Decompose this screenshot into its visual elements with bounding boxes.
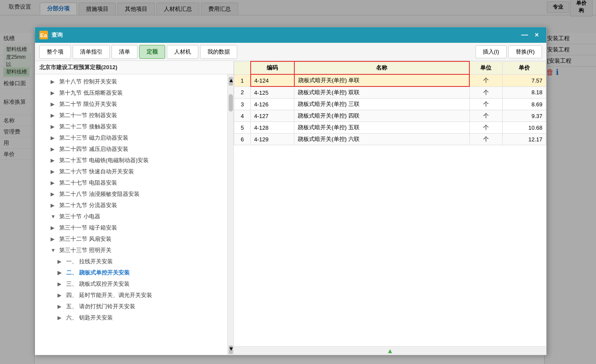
cell-price-2: 8.69: [502, 99, 546, 110]
tree-item-label-t13: 第三十节 小电器: [59, 213, 100, 220]
tab-人材机[interactable]: 人材机: [167, 45, 198, 59]
cell-unit-0: 个: [469, 74, 502, 86]
tree-item-label-t16: 第三十三节 照明开关: [59, 246, 112, 254]
cell-unit-3: 个: [469, 110, 502, 122]
tree-item-t14[interactable]: ▶第三十一节 端子箱安装: [35, 222, 227, 233]
tab-我的数据[interactable]: 我的数据: [200, 45, 237, 59]
data-panel: 编码 名称 单位 单价 14-124跷板式暗开关(单控) 单联个7.5724-1…: [234, 61, 546, 355]
tree-item-label-t4: 第二十一节 控制器安装: [59, 112, 117, 119]
tree-item-t5[interactable]: ▶第二十二节 接触器安装: [35, 121, 227, 132]
cell-price-0: 7.57: [502, 74, 546, 86]
modal-title-bar: Ea 查询 — ×: [35, 27, 546, 43]
cell-code-2: 4-126: [251, 99, 294, 110]
table-row[interactable]: 64-129跷板式暗开关(单控) 六联个12.17: [234, 134, 546, 145]
cell-num-0: 1: [234, 74, 251, 86]
table-row[interactable]: 14-124跷板式暗开关(单控) 单联个7.57: [234, 74, 546, 86]
cell-price-1: 8.18: [502, 86, 546, 99]
tab-整个项[interactable]: 整个项: [39, 45, 71, 59]
modal-close-button[interactable]: ×: [532, 30, 542, 40]
tree-item-label-t3: 第二十节 限位开关安装: [59, 100, 117, 108]
cell-unit-2: 个: [469, 99, 502, 110]
tree-scrollbar[interactable]: ▲ ▼: [227, 74, 233, 355]
tree-item-label-t6: 第二十三节 磁力启动器安装: [59, 134, 128, 142]
tree-item-label-t8: 第二十五节 电磁铁(电磁制动器)安装: [59, 156, 149, 164]
cell-num-5: 6: [234, 134, 251, 145]
table-row[interactable]: 34-126跷板式暗开关(单控) 三联个8.69: [234, 99, 546, 110]
table-row[interactable]: 54-128跷板式暗开关(单控) 五联个10.68: [234, 122, 546, 134]
tree-item-label-t10: 第二十七节 电阻器安装: [59, 179, 117, 187]
cell-code-1: 4-125: [251, 86, 294, 99]
tree-item-t2[interactable]: ▶第十九节 低压熔断器安装: [35, 87, 227, 99]
cell-name-0: 跷板式暗开关(单控) 单联: [294, 74, 469, 86]
tree-item-label-t15: 第三十二节 风扇安装: [59, 235, 112, 243]
tree-item-t11[interactable]: ▶第二十八节 油浸频敏变阻器安装: [35, 188, 227, 200]
insert-button[interactable]: 插入(I): [475, 45, 507, 58]
cell-num-2: 3: [234, 99, 251, 110]
tree-item-label-t18: 二、 跷板式单控开关安装: [66, 269, 130, 277]
tree-item-t21[interactable]: ▶五、 请勿打扰门铃开关安装: [35, 301, 227, 312]
tree-item-t13[interactable]: ▼第三十节 小电器: [35, 211, 227, 222]
th-unit: 单位: [469, 61, 502, 74]
bottom-scroll[interactable]: ▲: [234, 346, 546, 355]
data-table: 编码 名称 单位 单价 14-124跷板式暗开关(单控) 单联个7.5724-1…: [234, 61, 546, 145]
tree-item-t15[interactable]: ▶第三十二节 风扇安装: [35, 233, 227, 245]
th-code: 编码: [251, 61, 294, 74]
tree-item-label-t9: 第二十六节 快速自动开关安装: [59, 168, 134, 176]
scroll-down-arrow[interactable]: ▼: [229, 345, 233, 354]
tree-item-t3[interactable]: ▶第二十节 限位开关安装: [35, 99, 227, 110]
tree-item-label-t12: 第二十九节 分流器安装: [59, 201, 117, 209]
tree-item-t17[interactable]: ▶一、 拉线开关安装: [35, 256, 227, 267]
tab-定额[interactable]: 定额: [139, 45, 165, 59]
tree-item-t6[interactable]: ▶第二十三节 磁力启动器安装: [35, 132, 227, 144]
tab-清单指引[interactable]: 清单指引: [73, 45, 110, 59]
tree-header: 北京市建设工程预算定额(2012): [35, 61, 233, 74]
tree-item-label-t19: 三、 跷板式双控开关安装: [66, 280, 130, 288]
th-num: [234, 61, 251, 74]
cell-unit-4: 个: [469, 122, 502, 134]
table-row[interactable]: 24-125跷板式暗开关(单控) 双联个8.18: [234, 86, 546, 99]
tree-item-t8[interactable]: ▶第二十五节 电磁铁(电磁制动器)安装: [35, 155, 227, 166]
tree-item-label-t2: 第十九节 低压熔断器安装: [59, 89, 123, 97]
tree-item-label-t14: 第三十一节 端子箱安装: [59, 224, 117, 232]
tree-item-t1[interactable]: ▶第十八节 控制开关安装: [35, 76, 227, 87]
outer-wrapper: 取费设置 分部分项 措施项目 其他项目 人材机汇总 费用汇总 专业 单价构 线槽…: [0, 0, 596, 364]
tree-content[interactable]: ▶第十八节 控制开关安装▶第十九节 低压熔断器安装▶第二十节 限位开关安装▶第二…: [35, 74, 227, 355]
table-row[interactable]: 44-127跷板式暗开关(单控) 四联个9.37: [234, 110, 546, 122]
modal-minimize-button[interactable]: —: [520, 30, 530, 40]
bottom-scroll-arrow: ▲: [387, 347, 394, 355]
tree-item-t7[interactable]: ▶第二十四节 减压启动器安装: [35, 144, 227, 155]
replace-button[interactable]: 替换(R): [508, 45, 542, 58]
cell-num-1: 2: [234, 86, 251, 99]
modal-title-icon: Ea: [39, 31, 48, 39]
th-name: 名称: [294, 61, 469, 74]
tree-item-t10[interactable]: ▶第二十七节 电阻器安装: [35, 177, 227, 188]
tree-item-label-t20: 四、 延时节能开关、调光开关安装: [66, 291, 152, 299]
tree-item-t9[interactable]: ▶第二十六节 快速自动开关安装: [35, 166, 227, 177]
tree-item-t12[interactable]: ▶第二十九节 分流器安装: [35, 200, 227, 211]
cell-price-4: 10.68: [502, 122, 546, 134]
tree-item-t19[interactable]: ▶三、 跷板式双控开关安装: [35, 278, 227, 290]
cell-num-3: 4: [234, 110, 251, 122]
tree-item-t22[interactable]: ▶六、 钥匙开关安装: [35, 312, 227, 323]
cell-unit-5: 个: [469, 134, 502, 145]
cell-unit-1: 个: [469, 86, 502, 99]
cell-price-3: 9.37: [502, 110, 546, 122]
modal-toolbar: 整个项 清单指引 清单 定额 人材机 我的数据 插入(I) 替换(R): [35, 43, 546, 61]
tree-item-label-t1: 第十八节 控制开关安装: [59, 78, 117, 86]
tree-item-t18[interactable]: ▶二、 跷板式单控开关安装: [35, 267, 227, 278]
cell-code-3: 4-127: [251, 110, 294, 122]
tree-item-label-t11: 第二十八节 油浸频敏变阻器安装: [59, 190, 140, 198]
modal-body: 北京市建设工程预算定额(2012) ▶第十八节 控制开关安装▶第十九节 低压熔断…: [35, 61, 546, 355]
tree-panel: 北京市建设工程预算定额(2012) ▶第十八节 控制开关安装▶第十九节 低压熔断…: [35, 61, 234, 355]
tree-item-t20[interactable]: ▶四、 延时节能开关、调光开关安装: [35, 290, 227, 301]
cell-price-5: 12.17: [502, 134, 546, 145]
tab-清单[interactable]: 清单: [112, 45, 137, 59]
tree-item-label-t7: 第二十四节 减压启动器安装: [59, 145, 128, 153]
tree-item-label-t5: 第二十二节 接触器安装: [59, 123, 117, 131]
scroll-thumb[interactable]: [229, 94, 233, 112]
scroll-up-arrow[interactable]: ▲: [229, 77, 233, 86]
tree-item-t4[interactable]: ▶第二十一节 控制器安装: [35, 110, 227, 121]
tree-item-t16[interactable]: ▼第三十三节 照明开关: [35, 245, 227, 256]
cell-name-5: 跷板式暗开关(单控) 六联: [294, 134, 469, 145]
cell-name-3: 跷板式暗开关(单控) 四联: [294, 110, 469, 122]
